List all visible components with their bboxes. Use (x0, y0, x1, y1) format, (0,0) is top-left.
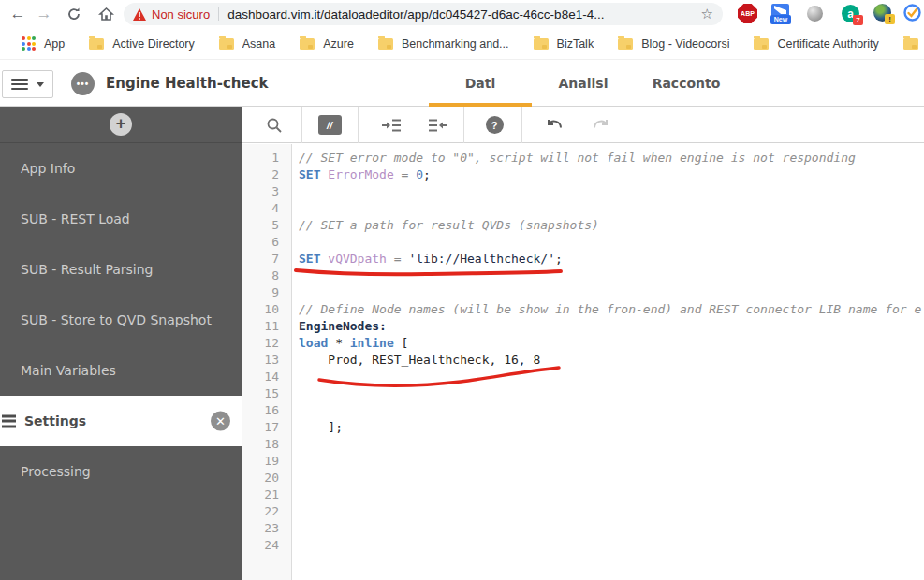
folder-icon (618, 38, 633, 50)
code-line[interactable] (299, 453, 924, 470)
code-line[interactable] (299, 470, 924, 486)
page: ← → Non sicuro dashboard.vim.it/dataload… (0, 0, 924, 580)
app-avatar[interactable]: ••• (71, 72, 95, 95)
bookmark-folder[interactable]: BizTalk (521, 33, 607, 55)
adblock-extension-icon[interactable]: ABP (738, 4, 757, 23)
code-line[interactable]: ]; (299, 419, 924, 436)
back-icon[interactable]: ← (4, 0, 32, 28)
code-line[interactable] (299, 385, 924, 402)
drag-handle-icon[interactable] (2, 415, 16, 428)
home-icon[interactable] (92, 0, 120, 28)
undo-icon[interactable] (542, 107, 566, 143)
search-icon[interactable] (262, 107, 286, 143)
code-line[interactable]: // SET a path for result QVDs (snapshots… (299, 217, 924, 234)
code-line[interactable] (299, 520, 924, 537)
sidebar-section-sub-store-to-qvd-snapshot[interactable]: SUB - Store to QVD Snapshot (0, 295, 242, 345)
bookmark-apps[interactable]: App (9, 33, 77, 55)
redo-icon[interactable] (589, 107, 613, 143)
tab-bar: DatiAnalisiRacconto (429, 60, 738, 107)
main-area: + App InfoSUB - REST LoadSUB - Result Pa… (0, 107, 924, 580)
code-line[interactable] (299, 436, 924, 453)
sphere-extension-icon[interactable] (807, 6, 823, 22)
code-line[interactable]: // Define Node names (will be show in th… (299, 301, 924, 318)
section-label: Processing (21, 464, 91, 479)
bookmark-star-icon[interactable]: ☆ (701, 6, 713, 22)
add-section-button[interactable]: + (110, 113, 132, 136)
bookmark-folder[interactable]: Benchmarking and... (366, 33, 521, 55)
line-number: 20 (242, 470, 291, 486)
hamburger-icon (11, 79, 28, 90)
code-line[interactable] (299, 284, 924, 301)
code-token-plain: ]; (299, 420, 343, 434)
line-number: 5 (242, 217, 291, 234)
line-number: 23 (242, 520, 291, 537)
bookmark-label: Asana (242, 37, 275, 51)
bookmark-folder[interactable]: Certifica (891, 33, 924, 55)
indent-icon[interactable] (379, 107, 403, 143)
code-line[interactable] (299, 183, 924, 200)
code-token-kw: inline (350, 336, 394, 350)
code-line[interactable] (299, 486, 924, 503)
sidebar-section-processing[interactable]: Processing (0, 446, 242, 497)
code-token-comment: // SET error mode to "0", script will no… (299, 151, 856, 165)
help-icon[interactable]: ? (482, 107, 506, 143)
tab-racconto[interactable]: Racconto (635, 60, 738, 107)
comment-toggle-icon[interactable]: // (317, 107, 342, 143)
code-line[interactable] (299, 503, 924, 520)
code-line[interactable]: // SET error mode to "0", script will no… (299, 150, 924, 167)
address-bar[interactable]: Non sicuro dashboard.vim.it/dataloadedit… (124, 3, 723, 25)
outdent-icon[interactable] (426, 107, 450, 143)
section-label: Main Variables (21, 363, 116, 378)
bookmark-apps-label: App (44, 37, 65, 51)
sections-sidebar: + App InfoSUB - REST LoadSUB - Result Pa… (0, 107, 242, 580)
code-lines[interactable]: // SET error mode to "0", script will no… (293, 144, 924, 580)
bookmark-folder[interactable]: Azure (287, 33, 366, 55)
a-extension-badge: 7 (853, 15, 863, 25)
reload-icon[interactable] (60, 0, 88, 28)
navigation-menu-button[interactable] (2, 70, 53, 98)
url-text[interactable]: dashboard.vim.it/dataloadeditor/app/dc04… (227, 7, 695, 22)
check-extension-icon[interactable] (903, 4, 921, 22)
code-area[interactable]: 123456789101112131415161718192021222324 … (242, 144, 924, 580)
close-section-icon[interactable]: ✕ (211, 412, 230, 431)
security-warning-label[interactable]: Non sicuro (152, 7, 210, 22)
gutter: 123456789101112131415161718192021222324 (242, 144, 292, 580)
tab-dati[interactable]: Dati (429, 60, 532, 107)
code-line[interactable]: EngineNodes: (299, 318, 924, 335)
code-line[interactable] (299, 369, 924, 385)
code-line[interactable] (299, 402, 924, 419)
sidebar-section-sub-result-parsing[interactable]: SUB - Result Parsing (0, 244, 242, 295)
bookmark-folder[interactable]: Active Directory (77, 33, 207, 55)
code-line[interactable] (299, 537, 924, 554)
code-token-label: EngineNodes: (299, 319, 387, 333)
folder-icon (219, 38, 234, 50)
bookmark-label: Certificate Authority (777, 37, 878, 51)
sidebar-section-settings[interactable]: Settings✕ (0, 396, 242, 446)
code-line[interactable] (299, 268, 924, 284)
sidebar-section-app-info[interactable]: App Info (0, 143, 242, 194)
bookmark-folder[interactable]: Certificate Authority (741, 33, 890, 55)
bookmark-folder[interactable]: Asana (207, 33, 287, 55)
code-line[interactable] (299, 234, 924, 251)
bookmark-label: Benchmarking and... (402, 37, 509, 51)
section-label: App Info (21, 161, 75, 176)
newtab-extension-icon[interactable]: New (770, 4, 791, 24)
code-line[interactable]: SET vQVDpath = 'lib://Healthcheck/'; (299, 251, 924, 268)
tab-analisi[interactable]: Analisi (532, 60, 635, 107)
globe-extension-icon[interactable]: ! (873, 4, 891, 22)
line-number: 16 (242, 402, 291, 419)
sidebar-section-sub-rest-load[interactable]: SUB - REST Load (0, 194, 242, 244)
code-line[interactable]: Prod, REST_Healthcheck, 16, 8 (299, 352, 924, 369)
code-token-op: = (394, 167, 416, 181)
code-line[interactable]: load * inline [ (299, 335, 924, 352)
code-line[interactable] (299, 200, 924, 217)
section-label: SUB - Result Parsing (21, 262, 154, 277)
a-extension-icon[interactable]: a 7 (842, 5, 859, 22)
line-number: 19 (242, 453, 291, 470)
bookmark-folder[interactable]: Blog - Videocorsi (606, 33, 741, 55)
sidebar-section-main-variables[interactable]: Main Variables (0, 345, 242, 396)
forward-icon[interactable]: → (30, 0, 58, 28)
app-header: ••• Engine Health-check DatiAnalisiRacco… (0, 60, 924, 107)
code-token-plain: ; (423, 167, 431, 181)
code-line[interactable]: SET ErrorMode = 0; (299, 167, 924, 183)
